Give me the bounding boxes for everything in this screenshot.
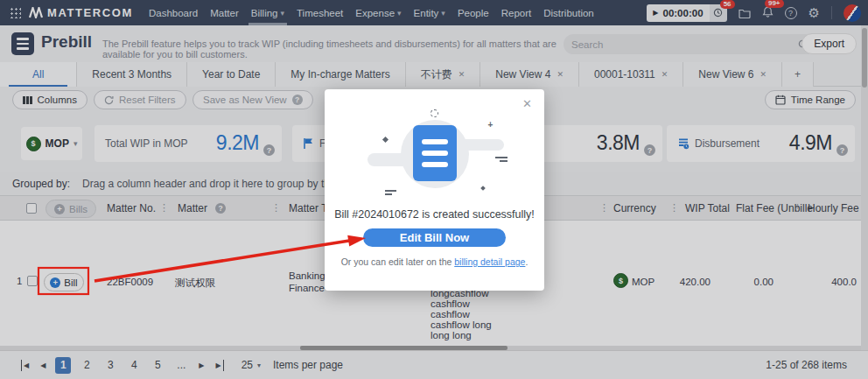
dash-decoration bbox=[385, 190, 396, 197]
sparkle-icon bbox=[480, 186, 486, 191]
success-message: Bill #2024010672 is created successfully… bbox=[325, 208, 544, 221]
sparkle-icon bbox=[430, 109, 438, 117]
sparkle-icon bbox=[382, 137, 388, 143]
prebill-screen: MATTERCOM Dashboard Matter Billing▾ Time… bbox=[0, 0, 868, 379]
edit-bill-now-button[interactable]: Edit Bill Now bbox=[363, 228, 506, 247]
success-illustration: + bbox=[360, 113, 509, 196]
bill-created-modal: ✕ + Bill #2024010672 is created successf… bbox=[325, 89, 544, 291]
modal-note: Or you can edit later on the billing det… bbox=[325, 256, 544, 267]
billing-detail-page-link[interactable]: billing detail page bbox=[454, 256, 525, 267]
sparkle-icon: + bbox=[488, 120, 494, 130]
dash-decoration bbox=[495, 157, 508, 164]
close-icon[interactable]: ✕ bbox=[522, 97, 532, 110]
bill-document-icon bbox=[413, 125, 457, 181]
